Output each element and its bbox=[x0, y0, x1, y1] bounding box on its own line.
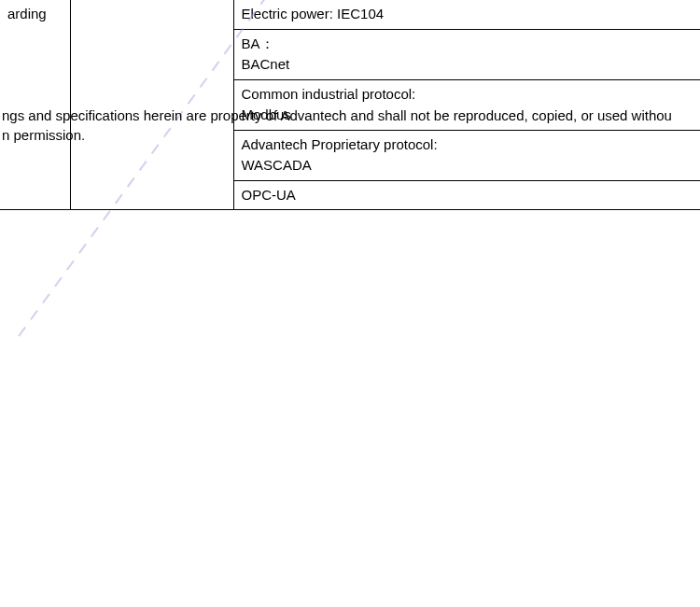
footer-line2: n permission. bbox=[2, 127, 85, 143]
document-body: arding Electric power: IEC104 BA： BACnet… bbox=[0, 0, 700, 210]
table-row: Electric power: IEC104 bbox=[233, 0, 700, 29]
table-col1-bottom bbox=[0, 180, 70, 210]
table-row: BA： BACnet bbox=[233, 29, 700, 79]
footer-text: ngs and specifications herein are proper… bbox=[0, 106, 700, 145]
footer-line1: ngs and specifications herein are proper… bbox=[2, 107, 672, 123]
table-row: OPC-UA bbox=[233, 180, 700, 210]
table-col1-label: arding bbox=[0, 0, 70, 180]
